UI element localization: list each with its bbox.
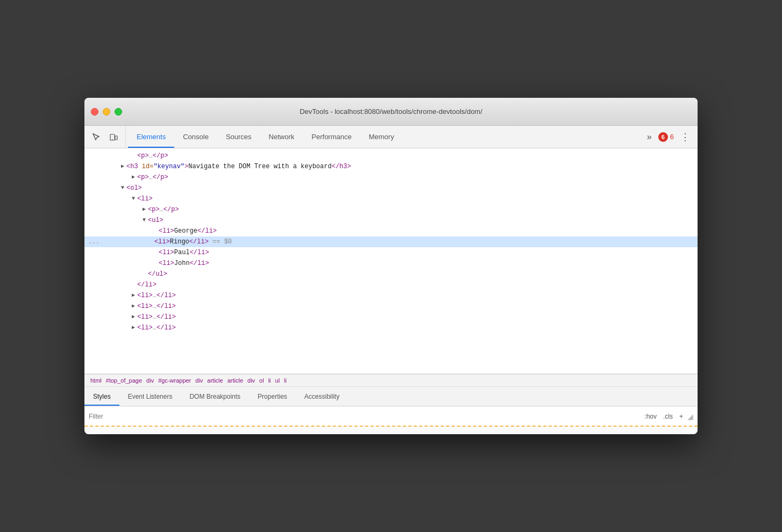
dom-code: <li>Ringo</li> == $0 bbox=[154, 236, 232, 247]
dom-line[interactable]: ▶ <h3 id="keynav">Navigate the DOM Tree … bbox=[84, 161, 698, 172]
tab-event-listeners[interactable]: Event Listeners bbox=[119, 387, 181, 406]
crumb-article-2[interactable]: article bbox=[226, 377, 245, 384]
dom-line-selected[interactable]: ... <li>Ringo</li> == $0 bbox=[84, 236, 698, 247]
dom-code: <p>…</p> bbox=[137, 172, 168, 183]
resize-handle: ◢ bbox=[687, 412, 693, 421]
crumb-div-1[interactable]: div bbox=[145, 377, 155, 384]
dom-line[interactable]: ▶ <li>…</li> bbox=[84, 290, 698, 301]
cls-button[interactable]: .cls bbox=[661, 412, 675, 421]
window-controls bbox=[91, 108, 122, 116]
dom-code: <li>…</li> bbox=[137, 290, 176, 301]
crumb-top-of-page[interactable]: #top_of_page bbox=[104, 377, 144, 384]
dom-line[interactable]: </ul> bbox=[84, 269, 698, 279]
filter-bar: :hov .cls + ◢ bbox=[84, 406, 698, 426]
devtools-menu-button[interactable]: ⋮ bbox=[677, 129, 693, 145]
error-icon: 6 bbox=[658, 132, 668, 142]
dom-line[interactable]: </li> bbox=[84, 279, 698, 290]
dom-code: <li>…</li> bbox=[137, 322, 176, 333]
device-toolbar-button[interactable] bbox=[106, 130, 121, 145]
crumb-li[interactable]: li bbox=[267, 377, 273, 384]
dom-code: <p>…</p> bbox=[148, 204, 179, 215]
crumb-ul[interactable]: ul bbox=[274, 377, 282, 384]
crumb-ol[interactable]: ol bbox=[258, 377, 266, 384]
dom-line[interactable]: ▼ <ol> bbox=[84, 183, 698, 193]
title-bar: DevTools - localhost:8080/web/tools/chro… bbox=[84, 98, 698, 126]
tab-performance[interactable]: Performance bbox=[303, 126, 360, 148]
crumb-div-2[interactable]: div bbox=[194, 377, 204, 384]
tab-dom-breakpoints[interactable]: DOM Breakpoints bbox=[181, 387, 249, 406]
tab-sources[interactable]: Sources bbox=[217, 126, 260, 148]
tab-console[interactable]: Console bbox=[174, 126, 217, 148]
crumb-li-last[interactable]: li bbox=[282, 377, 288, 384]
crumb-gc-wrapper[interactable]: #gc-wrapper bbox=[157, 377, 193, 384]
dom-line[interactable]: ▶ <p>…</p> bbox=[84, 204, 698, 215]
tab-memory[interactable]: Memory bbox=[360, 126, 403, 148]
devtools-window: DevTools - localhost:8080/web/tools/chro… bbox=[84, 98, 698, 434]
dom-line[interactable]: ▶ <li>…</li> bbox=[84, 312, 698, 322]
svg-rect-1 bbox=[115, 136, 117, 140]
tab-accessibility[interactable]: Accessibility bbox=[296, 387, 348, 406]
crumb-article-1[interactable]: article bbox=[205, 377, 224, 384]
tab-properties[interactable]: Properties bbox=[249, 387, 296, 406]
dom-code: <ul> bbox=[148, 215, 163, 226]
dom-code: <li>…</li> bbox=[137, 312, 176, 322]
dom-line[interactable]: ▼ <li> bbox=[84, 193, 698, 204]
bottom-tabs: Styles Event Listeners DOM Breakpoints P… bbox=[84, 387, 698, 406]
dom-code: <li>George</li> bbox=[159, 226, 217, 236]
more-tabs-button[interactable]: » bbox=[644, 130, 655, 144]
dom-panel: <p>…</p> ▶ <h3 id="keynav">Navigate the … bbox=[84, 148, 698, 374]
error-count-button[interactable]: 6 6 bbox=[658, 132, 674, 142]
hov-button[interactable]: :hov bbox=[642, 412, 659, 421]
dom-code: <li>…</li> bbox=[137, 301, 176, 312]
svg-point-2 bbox=[112, 139, 112, 139]
dom-code: <li> bbox=[137, 193, 153, 204]
dom-line[interactable]: ▶ <li>…</li> bbox=[84, 301, 698, 312]
dom-code: <p>…</p> bbox=[137, 150, 168, 161]
tab-styles[interactable]: Styles bbox=[84, 387, 119, 406]
filter-controls: :hov .cls + ◢ bbox=[642, 412, 693, 421]
dom-code: <ol> bbox=[126, 183, 142, 193]
error-count-label: 6 bbox=[670, 133, 674, 141]
dom-line[interactable]: <p>…</p> bbox=[84, 150, 698, 161]
dom-line[interactable]: <li>George</li> bbox=[84, 226, 698, 236]
dom-line[interactable]: ▼ <ul> bbox=[84, 215, 698, 226]
dashed-indicator bbox=[84, 426, 698, 434]
dom-line[interactable]: <li>John</li> bbox=[84, 258, 698, 269]
inspect-element-button[interactable] bbox=[89, 130, 104, 145]
dom-line[interactable]: <li>Paul</li> bbox=[84, 247, 698, 258]
tab-network[interactable]: Network bbox=[260, 126, 303, 148]
toolbar-icons bbox=[89, 126, 126, 148]
crumb-div-3[interactable]: div bbox=[246, 377, 257, 384]
dom-code: </li> bbox=[137, 279, 157, 290]
crumb-html[interactable]: html bbox=[89, 377, 103, 384]
toolbar: Elements Console Sources Network Perform… bbox=[84, 126, 698, 148]
add-style-button[interactable]: + bbox=[677, 412, 685, 421]
dom-line[interactable]: ▶ <li>…</li> bbox=[84, 322, 698, 333]
dom-line[interactable]: ▶ <p>…</p> bbox=[84, 172, 698, 183]
maximize-button[interactable] bbox=[115, 108, 122, 116]
toolbar-right: » 6 6 ⋮ bbox=[644, 126, 693, 148]
minimize-button[interactable] bbox=[103, 108, 110, 116]
dom-code: <li>John</li> bbox=[159, 258, 209, 269]
breadcrumb-bar: html #top_of_page div #gc-wrapper div ar… bbox=[84, 374, 698, 387]
window-title: DevTools - localhost:8080/web/tools/chro… bbox=[300, 107, 482, 116]
tab-elements[interactable]: Elements bbox=[128, 126, 174, 148]
dom-code: </ul> bbox=[148, 269, 167, 279]
selected-ellipsis: ... bbox=[89, 236, 104, 247]
filter-input[interactable] bbox=[89, 413, 642, 420]
tab-list: Elements Console Sources Network Perform… bbox=[128, 126, 644, 148]
close-button[interactable] bbox=[91, 108, 98, 116]
dom-code: <li>Paul</li> bbox=[159, 247, 209, 258]
dom-code: <h3 id="keynav">Navigate the DOM Tree wi… bbox=[126, 161, 351, 172]
